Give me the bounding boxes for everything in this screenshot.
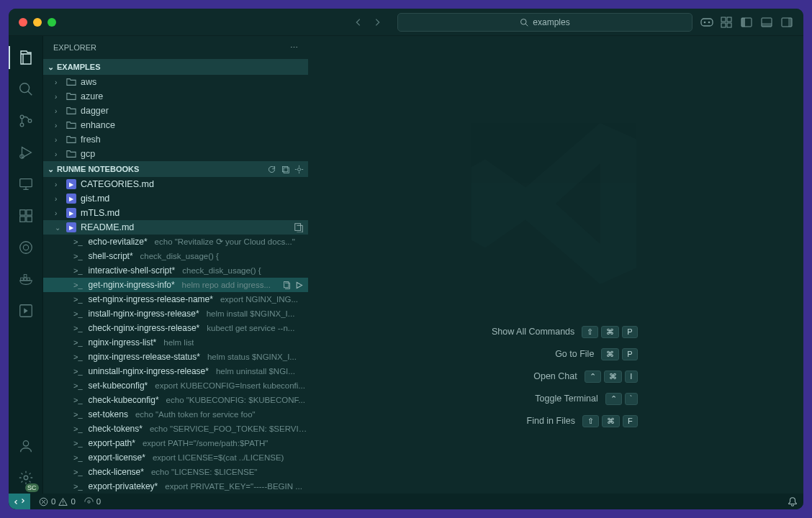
notebook-cell[interactable]: >_get-nginx-ingress-info*helm repo add i… (43, 278, 308, 292)
welcome-commands: Show All Commands⇧⌘PGo to File⌘POpen Cha… (474, 326, 637, 427)
keycap: ⌘ (601, 348, 619, 360)
notebook-cell[interactable]: >_uninstall-nginx-ingress-release*helm u… (43, 364, 308, 378)
status-notifications[interactable] (788, 496, 798, 506)
keycap: P (622, 348, 637, 360)
folder-aws[interactable]: ›aws (43, 75, 308, 89)
maximize-window-button[interactable] (48, 18, 56, 27)
status-ports[interactable]: 0 (84, 497, 101, 506)
notebook-cell[interactable]: >_interactive-shell-script*check_disk_us… (43, 263, 308, 278)
activity-explorer[interactable] (9, 42, 43, 73)
svg-rect-22 (19, 210, 24, 215)
activity-search[interactable] (9, 73, 43, 105)
folder-fresh[interactable]: ›fresh (43, 132, 308, 147)
open-cell-icon[interactable] (282, 281, 292, 290)
layout-customize-icon[interactable] (720, 16, 733, 29)
run-cell-icon[interactable] (294, 281, 304, 290)
nav-back-button[interactable] (351, 15, 366, 29)
notebook-cell[interactable]: >_export-path*export PATH="/some/path:$P… (43, 436, 308, 450)
activity-accounts[interactable] (9, 430, 43, 462)
copilot-icon[interactable] (700, 17, 714, 28)
folder-azure[interactable]: ›azure (43, 89, 308, 104)
notebook-cell[interactable]: >_export-privatekey*export PRIVATE_KEY="… (43, 479, 308, 494)
toggle-panel-icon[interactable] (760, 16, 773, 29)
activity-settings[interactable] (9, 470, 43, 486)
svg-point-27 (23, 245, 28, 250)
notebook-cell[interactable]: >_install-nginx-ingress-release*helm ins… (43, 306, 308, 321)
svg-rect-35 (282, 166, 287, 171)
cell-name: export-path* (89, 438, 135, 448)
keycap: ⇧ (582, 415, 599, 427)
section-examples-header[interactable]: ⌄ EXAMPLES (43, 59, 308, 75)
cell-name: get-nginx-ingress-info* (89, 280, 175, 290)
cell-name: set-tokens (89, 409, 128, 419)
collapse-all-icon[interactable] (281, 165, 290, 174)
cell-name: install-nginx-ingress-release* (89, 309, 199, 319)
notebook-cell[interactable]: >_nginx-ingress-release-status*helm stat… (43, 350, 308, 364)
notebook-icon: ▶ (66, 208, 76, 218)
cell-code-preview: export NGINX_ING... (220, 295, 298, 304)
status-problems[interactable]: 0 0 (39, 497, 76, 506)
minimize-window-button[interactable] (33, 18, 42, 27)
notebook-cell[interactable]: >_shell-script*check_disk_usage() { (43, 249, 308, 263)
close-window-button[interactable] (19, 18, 27, 27)
activity-remote-explorer[interactable] (9, 168, 43, 200)
command-center-search[interactable]: examples (397, 13, 693, 32)
notebook-file[interactable]: ⌄▶README.md (43, 220, 308, 235)
welcome-command[interactable]: Show All Commands⇧⌘P (474, 326, 637, 338)
cell-name: shell-script* (89, 251, 133, 261)
cell-code-preview: export KUBECONFIG=Insert kubeconfi... (155, 381, 305, 390)
nav-forward-button[interactable] (370, 15, 384, 29)
activity-extensions[interactable] (9, 200, 43, 232)
welcome-command[interactable]: Toggle Terminal⌃` (474, 393, 637, 405)
notebook-cell[interactable]: >_check-tokens*echo "SERVICE_FOO_TOKEN: … (43, 422, 308, 436)
svg-line-1 (526, 24, 528, 26)
activity-runme[interactable] (9, 295, 43, 327)
welcome-command-label: Toggle Terminal (497, 394, 598, 404)
notebook-cell[interactable]: >_check-kubeconfig*echo "KUBECONFIG: $KU… (43, 393, 308, 407)
svg-point-15 (19, 83, 29, 93)
svg-point-17 (20, 115, 24, 119)
open-settings-icon[interactable] (294, 165, 304, 174)
welcome-command[interactable]: Open Chat⌃⌘I (474, 371, 637, 383)
notebook-cell[interactable]: >_check-license*echo "LICENSE: $LICENSE" (43, 465, 308, 479)
svg-rect-21 (19, 179, 32, 187)
remote-indicator[interactable] (9, 494, 30, 509)
notebook-file[interactable]: ›▶mTLS.md (43, 206, 308, 220)
notebook-cell[interactable]: >_check-nginx-ingress-release*kubectl ge… (43, 321, 308, 335)
notebook-cell[interactable]: >_set-tokensecho "Auth token for service… (43, 407, 308, 422)
notebook-cell[interactable]: >_export-license*export LICENSE=$(cat ..… (43, 450, 308, 465)
chevron-right-icon: › (55, 150, 63, 158)
folder-dagger[interactable]: ›dagger (43, 104, 308, 118)
folder-label: fresh (81, 135, 101, 145)
open-file-icon[interactable] (294, 222, 304, 232)
cell-name: set-nginx-ingress-release-name* (89, 294, 213, 304)
keycap: ⌘ (602, 415, 620, 427)
section-notebooks-header[interactable]: ⌄ RUNME NOTEBOOKS (43, 161, 308, 177)
activity-docker[interactable] (9, 263, 43, 295)
refresh-icon[interactable] (267, 165, 276, 174)
cell-code-preview: helm repo add ingress... (182, 281, 271, 289)
notebook-file-name: mTLS.md (81, 208, 119, 218)
welcome-command[interactable]: Find in Files⇧⌘F (474, 415, 637, 427)
folder-gcp[interactable]: ›gcp (43, 147, 308, 161)
activity-run-debug[interactable] (9, 137, 43, 168)
svg-rect-10 (741, 18, 745, 27)
toggle-secondary-sidebar-icon[interactable] (780, 16, 793, 29)
folder-label: aws (81, 77, 96, 87)
welcome-command[interactable]: Go to File⌘P (474, 348, 637, 360)
cell-code-preview: export PATH="/some/path:$PATH" (143, 439, 268, 447)
svg-line-16 (27, 91, 32, 96)
folder-enhance[interactable]: ›enhance (43, 118, 308, 132)
notebook-cell[interactable]: >_nginx-ingress-list*helm list (43, 335, 308, 350)
activity-testing[interactable] (9, 232, 43, 263)
terminal-icon: >_ (73, 439, 83, 447)
notebook-cell[interactable]: >_set-nginx-ingress-release-name*export … (43, 292, 308, 306)
notebook-file[interactable]: ›▶CATEGORIES.md (43, 177, 308, 191)
toggle-primary-sidebar-icon[interactable] (740, 16, 753, 29)
activity-source-control[interactable] (9, 105, 43, 137)
folder-icon (66, 77, 76, 87)
notebook-file[interactable]: ›▶gist.md (43, 191, 308, 206)
notebook-cell[interactable]: >_echo-revitalize*echo "Revitalize ⟳ you… (43, 235, 308, 249)
notebook-cell[interactable]: >_set-kubeconfig*export KUBECONFIG=Inser… (43, 378, 308, 393)
sidebar-more-icon[interactable]: ⋯ (290, 43, 298, 53)
